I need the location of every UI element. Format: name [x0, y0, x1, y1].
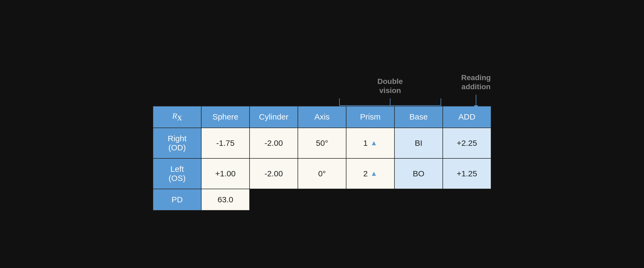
right-prism-triangle-icon: ▲: [370, 139, 377, 147]
reading-addition-annotation: Reading addition: [452, 73, 500, 106]
rx-header: Rx: [153, 106, 201, 128]
left-sphere: +1.00: [201, 158, 250, 189]
left-add: +1.25: [443, 158, 491, 189]
right-base: BI: [394, 128, 443, 158]
left-base: BO: [394, 158, 443, 189]
base-header: Base: [394, 106, 443, 128]
left-axis: 0°: [298, 158, 346, 189]
pd-empty: [250, 189, 491, 210]
add-header: ADD: [443, 106, 491, 128]
reading-addition-label: Reading addition: [461, 73, 491, 91]
right-row: Right (OD) -1.75 -2.00 50° 1 ▲ BI +2.25: [153, 128, 491, 158]
sphere-header: Sphere: [201, 106, 250, 128]
axis-header: Axis: [298, 106, 346, 128]
double-vision-annotation: Double vision: [339, 77, 441, 106]
header-row: Rx Sphere Cylinder Axis Prism Base ADD: [153, 106, 491, 128]
right-sphere: -1.75: [201, 128, 250, 158]
annotations-area: Double vision Reading a: [153, 58, 491, 106]
pd-value: 63.0: [201, 189, 250, 210]
left-prism: 2 ▲: [346, 158, 394, 189]
prescription-table: Rx Sphere Cylinder Axis Prism Base ADD R…: [153, 106, 491, 211]
right-label: Right (OD): [153, 128, 201, 158]
cylinder-header: Cylinder: [250, 106, 298, 128]
right-add: +2.25: [443, 128, 491, 158]
prism-header: Prism: [346, 106, 394, 128]
double-vision-label: Double vision: [378, 77, 403, 95]
main-container: Double vision Reading a: [153, 58, 491, 211]
pd-row: PD 63.0: [153, 189, 491, 210]
left-cylinder: -2.00: [250, 158, 298, 189]
left-row: Left (OS) +1.00 -2.00 0° 2 ▲ BO +1.25: [153, 158, 491, 189]
left-label: Left (OS): [153, 158, 201, 189]
right-axis: 50°: [298, 128, 346, 158]
left-prism-triangle-icon: ▲: [370, 169, 377, 178]
right-prism: 1 ▲: [346, 128, 394, 158]
pd-label: PD: [153, 189, 201, 210]
right-cylinder: -2.00: [250, 128, 298, 158]
